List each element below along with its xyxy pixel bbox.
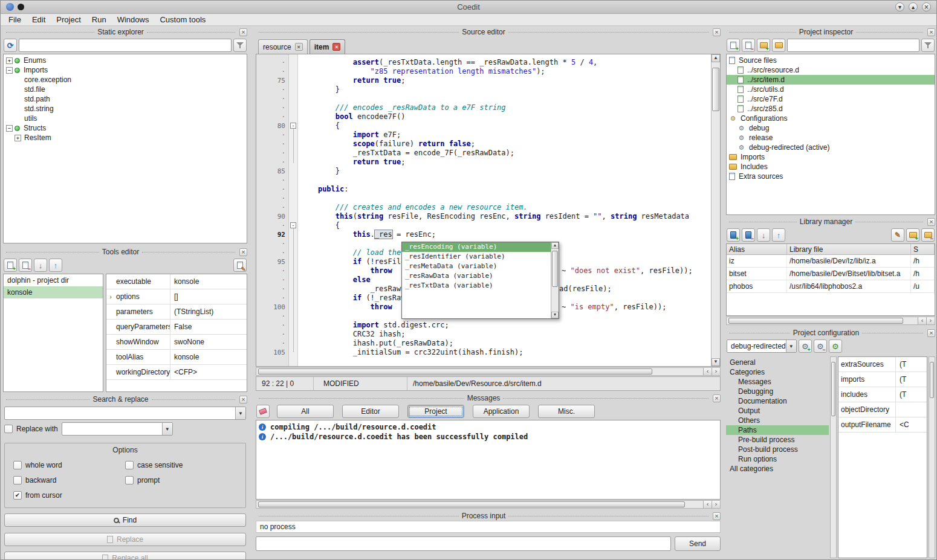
- property-row[interactable]: executablekonsole: [106, 274, 247, 289]
- symbol-item[interactable]: std.path: [4, 94, 247, 104]
- filter-application[interactable]: Application: [473, 405, 530, 418]
- scroll-right-icon[interactable]: ›: [926, 317, 935, 324]
- close-tab-icon[interactable]: ×: [295, 43, 303, 51]
- category-item[interactable]: Others: [726, 416, 829, 425]
- editor-vertical-scrollbar[interactable]: ▲ ▼: [711, 54, 720, 366]
- column-header[interactable]: Library file: [787, 244, 911, 254]
- property-value[interactable]: (T: [896, 357, 927, 372]
- menu-run[interactable]: Run: [86, 14, 112, 25]
- category-item[interactable]: Output: [726, 406, 829, 416]
- category-item[interactable]: Pre-build process: [726, 435, 829, 445]
- send-button[interactable]: Send: [675, 536, 721, 551]
- code-line[interactable]: return true;: [298, 158, 711, 167]
- property-row[interactable]: workingDirectory<CFP>: [106, 365, 247, 380]
- property-value[interactable]: []: [170, 289, 247, 304]
- close-panel-icon[interactable]: ×: [927, 329, 935, 337]
- symbol-item[interactable]: −Structs: [4, 123, 247, 133]
- scrollbar-thumb[interactable]: [258, 501, 685, 507]
- category-item[interactable]: Paths: [726, 425, 829, 435]
- add-source-button[interactable]: +: [727, 39, 740, 52]
- code-line[interactable]: {: [298, 221, 711, 230]
- library-row[interactable]: bitset/home/basile/Dev/Bitset/lib/bitset…: [727, 268, 935, 280]
- filter-misc[interactable]: Misc.: [538, 405, 595, 418]
- property-value[interactable]: [896, 402, 927, 417]
- tool-item[interactable]: dolphin - project dir: [4, 274, 103, 286]
- clear-messages-button[interactable]: [256, 405, 270, 418]
- project-item[interactable]: ⚙debug: [727, 123, 935, 133]
- filter-editor[interactable]: Editor: [342, 405, 399, 418]
- refresh-button[interactable]: ⟳: [4, 39, 17, 52]
- completion-item[interactable]: _resEncoding (variable): [402, 242, 551, 252]
- checkbox-from-cursor[interactable]: ✔from cursor: [13, 491, 125, 500]
- close-window-button[interactable]: ×: [922, 2, 931, 11]
- remove-tool-button[interactable]: −: [19, 259, 32, 272]
- checkbox-prompt[interactable]: prompt: [125, 476, 237, 484]
- chevron-down-icon[interactable]: ▼: [162, 423, 172, 435]
- property-value[interactable]: (T: [896, 387, 927, 402]
- property-value[interactable]: konsole: [170, 274, 247, 289]
- edit-library-button[interactable]: ✎: [891, 228, 904, 242]
- fold-collapse-icon[interactable]: -: [290, 222, 296, 228]
- filter-button[interactable]: [233, 39, 247, 52]
- remove-library-folder-button[interactable]: −: [921, 228, 935, 242]
- replace-term-input[interactable]: [62, 423, 162, 435]
- filter-button[interactable]: [921, 39, 935, 52]
- scrollbar-thumb[interactable]: [712, 68, 719, 111]
- menu-custom-tools[interactable]: Custom tools: [154, 14, 211, 25]
- replace-term-combo[interactable]: ▼: [62, 422, 173, 436]
- library-row[interactable]: iz/home/basile/Dev/Iz/lib/iz.a/h: [727, 255, 935, 268]
- symbol-item[interactable]: utils: [4, 114, 247, 123]
- replace-all-button[interactable]: Replace all: [4, 552, 246, 560]
- library-row[interactable]: phobos/usr/lib64/libphobos2.a/u: [727, 280, 935, 293]
- code-line[interactable]: [298, 194, 711, 203]
- menu-windows[interactable]: Windows: [112, 14, 155, 25]
- code-line[interactable]: }: [298, 167, 711, 176]
- editor-body[interactable]: ··75····80····85····90·92··95····100····…: [256, 54, 721, 367]
- symbol-item[interactable]: std.file: [4, 85, 247, 94]
- code-line[interactable]: this(string resFile, ResEncoding resEnc,…: [298, 212, 711, 221]
- property-value[interactable]: (T: [896, 372, 927, 387]
- replace-button[interactable]: Replace: [4, 533, 246, 546]
- add-library-button[interactable]: +: [727, 228, 740, 242]
- chevron-down-icon[interactable]: ▼: [235, 407, 245, 419]
- close-panel-icon[interactable]: ×: [713, 512, 721, 520]
- remove-library-button[interactable]: −: [742, 228, 755, 242]
- checkbox-backward[interactable]: backward: [13, 476, 125, 484]
- symbol-item[interactable]: core.exception: [4, 75, 247, 85]
- maximize-button[interactable]: ▴: [909, 2, 918, 11]
- project-folder-button[interactable]: [772, 39, 785, 52]
- code-area[interactable]: assert(_resTxtData.length == _resRawData…: [298, 54, 711, 366]
- close-panel-icon[interactable]: ×: [239, 28, 247, 36]
- close-panel-icon[interactable]: ×: [713, 394, 721, 402]
- message-row[interactable]: icompiling /.../build/resource.d.coedit: [256, 422, 720, 432]
- edit-tool-button[interactable]: ✎: [233, 259, 247, 272]
- code-line[interactable]: import e7F;: [298, 130, 711, 140]
- scrollbar-thumb[interactable]: [930, 362, 934, 398]
- add-folder-button[interactable]: +: [757, 39, 770, 52]
- fold-collapse-icon[interactable]: -: [290, 123, 296, 129]
- code-line[interactable]: public:: [298, 185, 711, 194]
- tool-item[interactable]: konsole: [4, 286, 103, 298]
- move-library-up-button[interactable]: ↑: [772, 228, 785, 242]
- property-value[interactable]: False: [170, 320, 247, 334]
- property-row[interactable]: queryParametersFalse: [106, 320, 247, 335]
- close-panel-icon[interactable]: ×: [927, 28, 935, 36]
- column-header[interactable]: Alias: [727, 244, 787, 254]
- code-line[interactable]: import std.digest.crc;: [298, 321, 711, 330]
- column-header[interactable]: S: [911, 244, 935, 254]
- add-library-folder-button[interactable]: +: [906, 228, 919, 242]
- property-row[interactable]: toolAliaskonsole: [106, 350, 247, 365]
- message-row[interactable]: i/.../build/resource.d.coedit has been s…: [256, 432, 720, 442]
- expand-icon[interactable]: +: [6, 57, 13, 64]
- close-tab-icon[interactable]: ×: [332, 43, 340, 51]
- close-panel-icon[interactable]: ×: [239, 396, 247, 404]
- completion-item[interactable]: _resIdentifier (variable): [402, 252, 551, 262]
- code-line[interactable]: assert(_resTxtData.length == _resRawData…: [298, 58, 711, 67]
- category-item[interactable]: Categories: [726, 367, 829, 377]
- collapse-icon[interactable]: −: [6, 125, 13, 132]
- category-item[interactable]: All categories: [726, 464, 829, 474]
- project-item[interactable]: ../src/item.d: [727, 75, 935, 85]
- move-tool-up-button[interactable]: ↑: [49, 259, 62, 272]
- scroll-left-icon[interactable]: ‹: [703, 501, 712, 508]
- close-panel-icon[interactable]: ×: [239, 248, 247, 256]
